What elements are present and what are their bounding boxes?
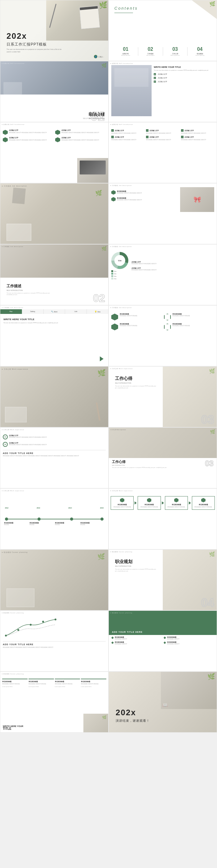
s22-items: 单击添加标题 请在此处输入您的文字 单击添加标题 请在此处输入您的文字 单击添加…: [111, 636, 214, 645]
s13-book: [5, 407, 27, 423]
card2-desc: 请在此处输入您的文字,请在此处: [139, 506, 159, 508]
slide-7-photo: ♦ 工作描述 Job description 🌿: [0, 183, 108, 244]
arrow-1: [134, 496, 137, 510]
pie-chart: 5.5w: [111, 252, 128, 269]
s4-item-text-2: 点击输入文字: [158, 77, 167, 79]
slide-11-tabs: ♦ 工作描述 Job description Plan Setting 🔧 Wo…: [0, 305, 108, 366]
wi-circle-2: 02: [3, 442, 8, 447]
tl-item-desc-4: 请在此处: [80, 524, 104, 526]
icon-item-3: 点击输入文字 请在此处输入您的文字,请在此处输入您的文字,请在此处输入您的文字: [3, 137, 53, 142]
s20-plant: 🌿: [209, 551, 215, 557]
ci-lorem-4: Lorem ipsum Dolor: [81, 686, 106, 687]
big-hex-4: [164, 323, 171, 330]
j2-hex: [111, 197, 116, 202]
j2-content: 单击添加标题 请在此处输入您的文字,请在此处输入您的文字: [117, 197, 142, 201]
slide-21-career-chart: ♦ 职业规划 Career planning ADD YOUR TITLE HE…: [0, 611, 108, 672]
arrow-icon-2: [162, 501, 164, 504]
cl-header-5: ✓ 点击输入文字: [146, 136, 179, 138]
contents-label: Contents: [114, 6, 138, 10]
cl-title-2: 点击输入文字: [149, 129, 159, 131]
legend-2: 2.4w: [111, 273, 128, 275]
s16-photo: 🌿: [109, 428, 217, 458]
legend-label-1: 3.5w: [114, 271, 116, 272]
tab-plan[interactable]: Plan: [0, 309, 22, 314]
s22-grid: 单击添加标题 请在此处输入您的文字 单击添加标题 请在此处输入您的文字 单击添加…: [111, 636, 214, 645]
hex-item-2: 单击添加标题 请在此处输入您的文字,请在此处: [164, 313, 214, 320]
cl-item-6: ✓ 点击输入文字 请在此处输入您的文字,请在此处输入您的文字: [181, 136, 214, 141]
tab-idea-label: Idea: [97, 311, 100, 313]
ci-desc-3: 请在此处输入您的文字,请在此处: [55, 683, 80, 685]
plant-top-right: 🌿: [209, 1, 215, 7]
book-elem: [6, 224, 31, 241]
tl-items-row: 单击添加标题 请在此处 单击添加标题 请在此处 单击添加标题 请在此处 单击添加…: [3, 522, 105, 526]
svg-point-2: [30, 624, 32, 626]
s24-plant: 🌿: [207, 673, 215, 680]
card1-title: 单击添加标题: [112, 503, 132, 505]
s22-item-content-1: 单击添加标题 请在此处输入您的文字: [115, 636, 127, 640]
slide18-tag: ♦ 工作心得 Work experience: [111, 490, 133, 492]
menu-num-3: 03: [163, 46, 188, 52]
tab-idea[interactable]: 💡 Idea: [87, 309, 108, 314]
s9-photo-bg: 🌿: [0, 245, 108, 278]
s23-plant: 🌿: [102, 715, 106, 719]
arrow-deco: [100, 356, 103, 361]
slide5-tag: ♦ 自我介绍 Self Introduction: [2, 124, 25, 125]
tab-setting[interactable]: Setting: [22, 309, 44, 314]
tabs-content: WRITE HERE YOUR TITLE The user can demon…: [3, 318, 105, 324]
s9-tag: ♦ 工作描述 Job description: [2, 246, 23, 247]
room-frame: [3, 82, 22, 94]
icon-desc-4: 请在此处输入您的文字,请在此处输入您的文字,请在此处输入您的文字: [61, 139, 99, 141]
s22-item-2: 单击添加标题 请在此处输入您的文字: [164, 636, 215, 640]
tab-link[interactable]: Link: [65, 309, 87, 314]
slide-24-final-cover: 🌿 📖 202x 演讲结束，谢谢观看！: [108, 672, 217, 733]
slide-10-pie: ♦ 工作描述 Job description 5.5w 3.5w: [108, 244, 217, 305]
timeline-bar: [5, 519, 103, 519]
card-3: 单击添加标题 请在此处输入您的文字,请在此处: [165, 496, 188, 510]
slide-15-work-add-title: ♦ 工作心得 Work experience 01 点击输入文字 请在此处输入您…: [0, 427, 108, 488]
contents-underline: [114, 13, 133, 13]
hex-item-3: 单击添加标题 请在此处输入您的文字,请在此处: [111, 323, 161, 330]
years-row: 2012 2013 2014 2015: [5, 507, 103, 509]
cl-check-4: ✓: [111, 136, 114, 138]
slide-5-icons: ♦ 自我介绍 Self Introduction 点击输入文字 请在此处输入您的…: [0, 122, 108, 183]
slide19-tag: ♦ 职业规划 Career planning: [2, 551, 28, 553]
curve-chart-area: [3, 617, 106, 640]
arrow-icon-3: [189, 501, 191, 504]
notebook-elem: [12, 187, 26, 204]
ci-title-4: 单击添加标题: [81, 681, 106, 682]
s4-item-1: ◆ 点击输入文字: [154, 73, 214, 75]
legend-4: 2.5w: [111, 278, 128, 280]
j1-content: 单击添加标题 请在此处输入您的文字,请在此处输入您的文字: [117, 190, 142, 194]
icon-item-4: 点击输入文字 请在此处输入您的文字,请在此处输入您的文字,请在此处输入您的文字: [55, 137, 106, 142]
cl-title-1: 点击输入文字: [115, 129, 124, 131]
slide7-bg: ♦ 工作描述 Job description 🌿: [0, 183, 108, 244]
slide11-tag: ♦ 工作描述 Job description: [2, 307, 23, 308]
write-here: WRITE HERE YOUR TITLE: [154, 66, 214, 68]
tl-item-1: 单击添加标题 请在此处: [3, 522, 29, 526]
tab-work[interactable]: 🔧 Work: [44, 309, 65, 314]
s20-title-cn: 职业规划: [115, 559, 158, 565]
slide-1-cover: 🌿 202x 日系工作汇报PPT模板 The user can demonstr…: [0, 0, 108, 61]
tl-item-desc-2: 请在此处: [29, 524, 54, 526]
card1-hex: [120, 498, 124, 502]
cl-desc-2: 请在此处输入您的文字,请在此处输入您的文字: [146, 132, 179, 134]
hex-content-3: 单击添加标题 请在此处输入您的文字,请在此处: [120, 323, 137, 327]
s22-diamond-4: [164, 642, 166, 644]
tl-dot-3: [70, 518, 73, 521]
plant-elem: 🌿: [95, 190, 102, 196]
wi-circle-1: 01: [3, 434, 8, 439]
hex-desc-1: 请在此处输入您的文字,请在此处: [120, 315, 137, 317]
slide-9-section-02: 🌿 ♦ 工作描述 Job description 工作描述 SELF INTRO…: [0, 244, 108, 305]
s16-subtitle: The user can demonstrate on a projector …: [112, 467, 166, 468]
icon-item-2: 点击输入文字 请在此处输入您的文字,请在此处输入您的文字,请在此处输入您的文字: [55, 129, 106, 135]
hex-item-4: 单击添加标题 请在此处输入您的文字,请在此处: [164, 323, 214, 330]
career-curve-svg: [3, 617, 59, 639]
ci-desc-2: 请在此处输入您的文字,请在此处: [29, 683, 54, 685]
title-cn: 日系工作汇报PPT模板: [6, 42, 62, 47]
subtitle-text: The user can demonstrate on a projector …: [6, 48, 62, 53]
icon-content-3: 点击输入文字 请在此处输入您的文字,请在此处输入您的文字,请在此处输入您的文字: [9, 137, 47, 141]
s14-title: 工作心得 SELF INTRODUCTION The user can demo…: [115, 376, 158, 389]
legend-color-4: [111, 278, 113, 280]
slide-3-section-01: 🌿 ♦ 自我介绍 Self Introduction 自我介绍 SELF INT…: [0, 61, 108, 122]
s16-title: 工作心得: [112, 460, 166, 464]
